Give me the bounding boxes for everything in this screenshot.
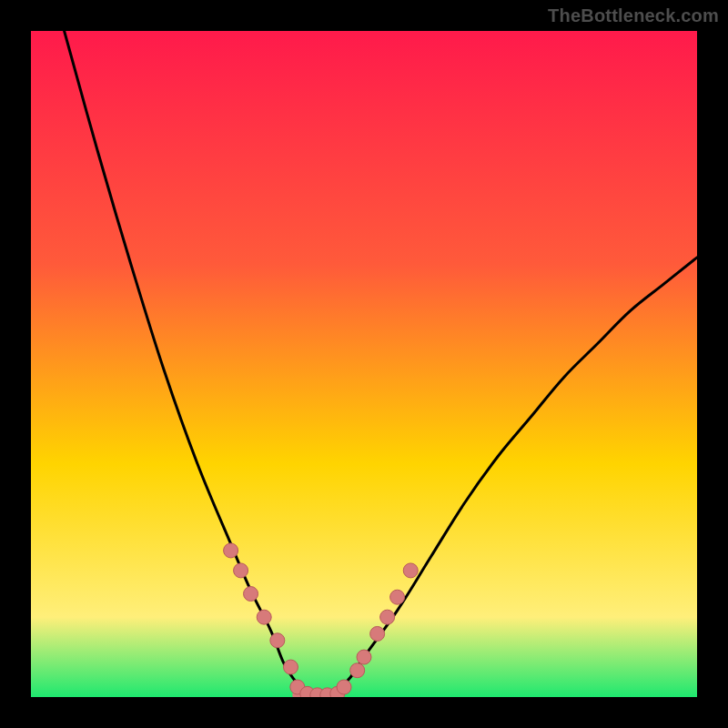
plot-area [31, 31, 697, 697]
plot-svg [31, 31, 697, 697]
sample-point [244, 587, 258, 602]
sample-point [270, 633, 285, 648]
sample-point [257, 610, 271, 624]
chart-frame: TheBottleneck.com [0, 0, 728, 728]
sample-point [224, 543, 238, 558]
sample-point [337, 680, 351, 694]
sample-point [390, 590, 405, 604]
sample-point [350, 663, 365, 678]
sample-point [357, 650, 371, 664]
sample-point [234, 563, 248, 578]
watermark-text: TheBottleneck.com [548, 5, 719, 26]
sample-point [403, 563, 418, 578]
sample-point [370, 626, 385, 641]
gradient-background [31, 31, 697, 697]
sample-point [380, 610, 395, 624]
sample-point [283, 660, 298, 674]
